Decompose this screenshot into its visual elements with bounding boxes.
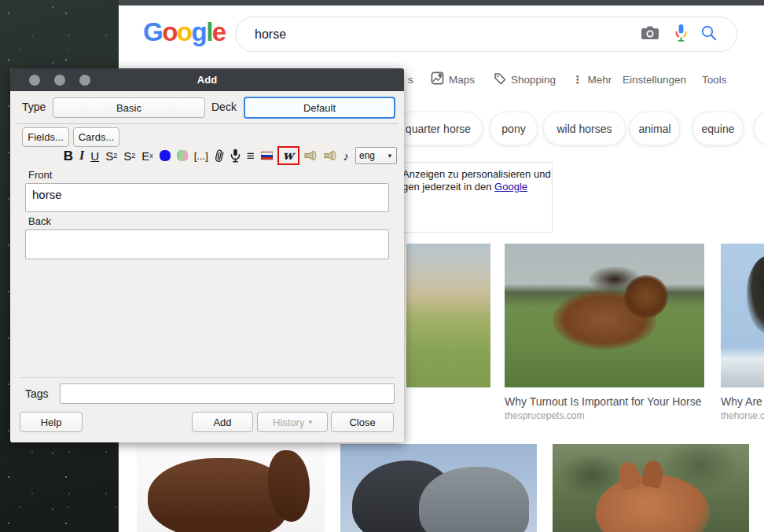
chip-quarter-horse[interactable]: quarter horse xyxy=(394,112,483,145)
attach-icon[interactable] xyxy=(215,149,224,163)
chip-label: equine xyxy=(701,123,734,135)
front-field[interactable]: horse xyxy=(25,183,389,212)
front-label: Front xyxy=(28,169,52,181)
camera-search-icon[interactable] xyxy=(641,26,659,43)
consent-notice-text: Anzeigen zu personalisieren und gen jede… xyxy=(402,168,575,193)
superscript-icon[interactable]: S2 xyxy=(105,150,117,162)
language-select[interactable]: eng ▼ xyxy=(355,147,397,164)
dialog-titlebar[interactable]: Add xyxy=(10,68,404,91)
search-input[interactable]: horse xyxy=(235,17,737,52)
more-options-icon[interactable]: ≡ xyxy=(247,149,255,163)
dialog-title: Add xyxy=(10,68,404,91)
help-button-label: Help xyxy=(41,416,62,428)
fields-button[interactable]: Fields... xyxy=(22,127,69,147)
image-result-horse-sky[interactable] xyxy=(721,244,764,387)
language-value: eng xyxy=(359,150,375,161)
speaker-icon-2[interactable] xyxy=(324,150,337,161)
logo-letter: o xyxy=(177,17,192,47)
nav-item-fragment[interactable]: s xyxy=(408,72,413,87)
logo-letter: l xyxy=(206,17,212,47)
image-result-running-horse[interactable] xyxy=(505,244,704,387)
subscript-icon[interactable]: S2 xyxy=(123,150,135,162)
remove-formatting-base: E xyxy=(141,150,149,162)
horse-photo xyxy=(406,244,490,387)
chip-label: wild horses xyxy=(556,123,612,135)
russian-flag-icon[interactable] xyxy=(261,152,273,160)
nav-more-label: Mehr xyxy=(588,74,612,86)
remove-formatting-mark: x xyxy=(149,152,153,160)
image-result-two-horses[interactable] xyxy=(340,444,537,532)
nav-shopping-label: Shopping xyxy=(511,74,556,86)
nav-maps-label: Maps xyxy=(449,74,475,86)
search-query-text: horse xyxy=(255,17,286,51)
chip-pony[interactable]: pony xyxy=(490,112,538,145)
format-toolbar: B I U S2 S2 Ex [...] ≡ w ♪ eng ▼ xyxy=(64,145,397,167)
horse-photo xyxy=(137,444,325,532)
text-color-icon[interactable] xyxy=(160,150,171,161)
subscript-base: S xyxy=(123,150,131,162)
bold-icon[interactable]: B xyxy=(64,149,73,163)
notice-line2: gen jederzeit in den xyxy=(402,181,494,193)
back-field[interactable] xyxy=(25,229,389,259)
history-button[interactable]: History ▾ xyxy=(257,412,328,432)
dropdown-arrow-icon: ▼ xyxy=(387,152,393,160)
horse-photo xyxy=(340,444,537,532)
back-label: Back xyxy=(28,215,51,227)
image-result-blurry-field[interactable] xyxy=(406,244,490,387)
horse-photo xyxy=(553,444,749,532)
logo-letter: e xyxy=(212,17,226,47)
browser-window-top-edge xyxy=(119,0,764,6)
logo-letter: g xyxy=(192,17,207,47)
voice-search-icon[interactable] xyxy=(674,24,688,46)
add-button-label: Add xyxy=(213,416,231,428)
notice-line1: Anzeigen zu personalisieren und xyxy=(402,168,551,180)
nav-item-maps[interactable]: Maps xyxy=(431,72,475,87)
result-title[interactable]: Why Are H xyxy=(721,395,764,408)
chip-label: animal xyxy=(638,123,670,135)
image-result-bay-horse[interactable] xyxy=(137,444,325,532)
anki-add-dialog: Add Type Basic Deck Default Fields... Ca… xyxy=(10,68,404,442)
cloze-icon[interactable]: [...] xyxy=(194,151,208,161)
nav-item-more[interactable]: ⋮ Mehr xyxy=(572,72,612,87)
shopping-tag-icon xyxy=(494,72,506,87)
close-button-label: Close xyxy=(349,416,375,428)
speaker-icon-1[interactable] xyxy=(304,150,318,161)
image-result-chestnut-head[interactable] xyxy=(553,444,749,532)
remove-formatting-icon[interactable]: Ex xyxy=(141,150,153,162)
tags-input[interactable] xyxy=(60,383,395,404)
deck-button[interactable]: Default xyxy=(244,97,395,119)
result-title[interactable]: Why Turnout Is Important for Your Horse xyxy=(505,395,702,408)
deck-label: Deck xyxy=(211,101,237,113)
history-dropdown-icon: ▾ xyxy=(308,418,312,426)
close-button[interactable]: Close xyxy=(331,412,394,432)
note-type-button[interactable]: Basic xyxy=(53,97,205,118)
audio-note-icon[interactable]: ♪ xyxy=(343,150,350,162)
tags-label: Tags xyxy=(25,387,49,400)
underline-icon[interactable]: U xyxy=(90,150,99,162)
nav-item-shopping[interactable]: Shopping xyxy=(494,72,556,87)
chip-equine[interactable]: equine xyxy=(692,112,744,145)
chip-animal[interactable]: animal xyxy=(630,112,680,145)
italic-icon[interactable]: I xyxy=(79,149,84,162)
nav-item-settings[interactable]: Einstellungen xyxy=(623,72,686,87)
add-button[interactable]: Add xyxy=(192,412,253,432)
highlight-color-icon[interactable] xyxy=(177,150,188,161)
chip-wild-horses[interactable]: wild horses xyxy=(543,112,626,145)
chip-label: pony xyxy=(501,123,525,135)
horse-photo xyxy=(505,244,704,387)
chip-label: quarter horse xyxy=(406,123,471,135)
nav-tools-label: Tools xyxy=(702,74,727,86)
search-submit-icon[interactable] xyxy=(700,24,718,45)
divider xyxy=(17,123,398,124)
google-logo[interactable]: Google xyxy=(143,17,226,47)
help-button[interactable]: Help xyxy=(20,412,83,432)
record-audio-icon[interactable] xyxy=(230,149,241,163)
divider xyxy=(20,377,395,378)
chip-partial[interactable] xyxy=(754,112,764,145)
wiktionary-icon[interactable]: w xyxy=(283,149,294,162)
google-settings-link[interactable]: Google xyxy=(494,181,527,193)
nav-item-tools[interactable]: Tools xyxy=(702,72,727,87)
nav-settings-label: Einstellungen xyxy=(623,74,686,86)
logo-letter: G xyxy=(143,17,162,47)
cards-button-label: Cards... xyxy=(79,131,115,143)
